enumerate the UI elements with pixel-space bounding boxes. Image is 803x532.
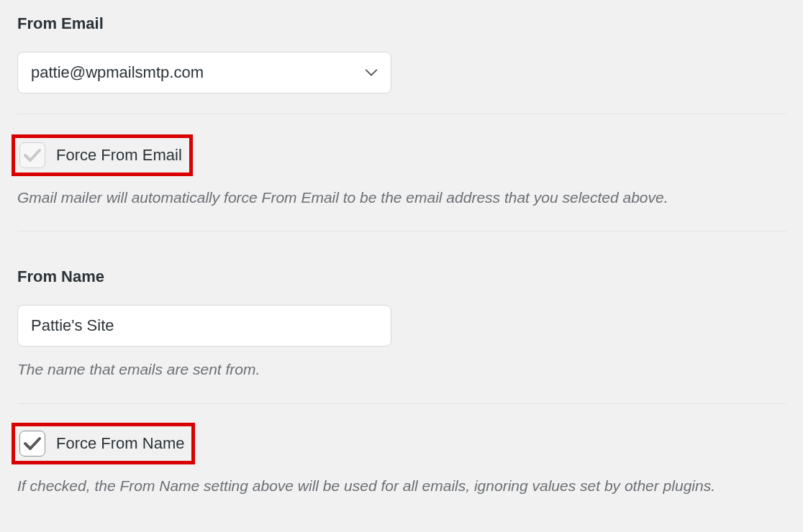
from-email-section: From Email pattie@wpmailsmtp.com Force F… xyxy=(17,14,786,208)
divider xyxy=(17,231,786,231)
force-from-email-checkbox xyxy=(19,142,45,168)
from-name-label: From Name xyxy=(17,267,786,286)
force-from-email-row: Force From Email xyxy=(15,138,189,173)
force-from-name-row: Force From Name xyxy=(15,426,191,461)
force-from-name-description: If checked, the From Name setting above … xyxy=(17,476,783,496)
force-from-email-label: Force From Email xyxy=(56,146,182,165)
from-email-value: pattie@wpmailsmtp.com xyxy=(31,63,365,82)
from-email-select[interactable]: pattie@wpmailsmtp.com xyxy=(17,52,391,93)
chevron-down-icon xyxy=(365,69,378,76)
from-email-label: From Email xyxy=(17,14,786,33)
force-from-name-label: Force From Name xyxy=(56,434,184,453)
divider xyxy=(17,114,786,114)
highlight-box: Force From Name xyxy=(12,423,195,464)
check-icon xyxy=(23,148,42,162)
from-name-input[interactable] xyxy=(31,306,378,346)
force-from-email-description: Gmail mailer will automatically force Fr… xyxy=(17,188,783,208)
divider xyxy=(17,403,786,404)
force-from-name-checkbox[interactable] xyxy=(19,431,45,457)
from-name-description: The name that emails are sent from. xyxy=(17,359,783,380)
from-name-section: From Name The name that emails are sent … xyxy=(17,267,786,496)
check-icon xyxy=(23,436,42,451)
from-name-input-wrap[interactable] xyxy=(17,305,391,347)
highlight-box: Force From Email xyxy=(12,134,193,176)
